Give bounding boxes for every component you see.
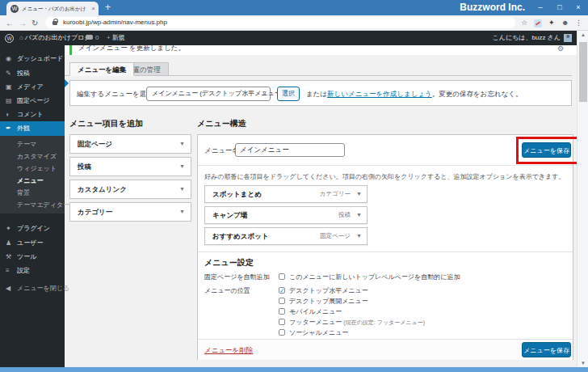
scroll-up-icon[interactable]: ▲ — [578, 32, 588, 37]
url-text[interactable]: kuroobi.jp/wp-admin/nav-menus.php — [63, 17, 167, 28]
caret-down-icon[interactable]: ▼ — [356, 228, 362, 244]
extensions-puzzle-icon[interactable]: ✦ — [548, 17, 555, 29]
checkbox-footer[interactable] — [279, 319, 285, 325]
caret-down-icon: ▼ — [179, 203, 185, 221]
bookmark-star-icon[interactable]: ☆ — [521, 17, 527, 29]
scrollbar-thumb[interactable] — [579, 42, 587, 102]
menu-select-row: 編集するメニューを選択: メインメニュー (デスクトップ水平メニュー) ∨ 選択… — [69, 80, 572, 106]
admin-bar-new-button[interactable]: +新規 — [107, 31, 125, 45]
checkbox-desktop-expanded[interactable] — [279, 298, 285, 304]
sidebar-item-users[interactable]: ♟ユーザー — [0, 236, 65, 250]
plus-icon: + — [107, 34, 111, 41]
submenu-theme-editor[interactable]: テーマエディター — [0, 200, 65, 211]
tools-icon: ⚒ — [6, 250, 11, 264]
sidebar-item-posts[interactable]: ✎投稿 — [0, 66, 65, 80]
sidebar-item-dashboard[interactable]: ◉ダッシュボード — [0, 52, 65, 66]
window-maximize-button[interactable]: □ — [551, 0, 569, 15]
lock-icon — [52, 21, 57, 25]
menu-item-label: おすすめスポット — [212, 228, 269, 244]
dashboard-icon: ◉ — [6, 52, 11, 66]
sidebar-item-tools[interactable]: ⚒ツール — [0, 250, 65, 264]
back-icon[interactable]: ← — [6, 16, 14, 30]
sidebar-collapse-menu[interactable]: ◀メニューを閉じる — [0, 281, 65, 295]
submenu-background[interactable]: 背景 — [0, 188, 65, 199]
scroll-down-icon[interactable]: ▼ — [578, 361, 588, 366]
checkbox-desktop-horizontal[interactable] — [279, 287, 285, 294]
accordion-posts[interactable]: 投稿▼ — [69, 157, 191, 176]
comment-icon: ◗ — [6, 108, 10, 121]
main-content: メインメニュー を更新しました。 ⚙ メニューを編集 位置の管理 編集するメニュ… — [65, 45, 577, 367]
menu-item-camp[interactable]: キャンプ場 投稿 ▼ — [204, 206, 368, 224]
menu-structure-heading: メニュー構造 — [197, 118, 246, 129]
accordion-label: カスタムリンク — [78, 180, 127, 198]
page-scrollbar[interactable]: ▲ ▼ — [577, 31, 588, 367]
admin-bar-comments[interactable]: 0 — [86, 31, 99, 45]
sidebar-item-plugins[interactable]: ✦プラグイン — [0, 222, 65, 235]
select-button[interactable]: 選択 — [277, 87, 300, 101]
sidebar-item-comments[interactable]: ◗コメント — [0, 108, 65, 121]
browser-tab[interactable]: W メニュー・バズのお出かけブログ — W × — [6, 2, 99, 15]
address-bar[interactable]: kuroobi.jp/wp-admin/nav-menus.php — [45, 17, 515, 28]
new-tab-button[interactable]: + — [105, 1, 111, 15]
create-new-menu-link[interactable]: 新しいメニューを作成しましょう — [327, 90, 432, 98]
window-minimize-button[interactable]: – — [531, 0, 549, 15]
save-menu-button-bottom[interactable]: メニューを保存 — [522, 342, 571, 357]
media-icon: ▣ — [6, 80, 12, 94]
submenu-menus[interactable]: メニュー — [0, 175, 65, 187]
submenu-customize[interactable]: カスタマイズ — [0, 151, 65, 163]
forward-icon[interactable]: → — [19, 16, 27, 30]
add-menu-items-heading: メニュー項目を追加 — [69, 118, 143, 129]
wordpress-logo-icon[interactable]: W — [5, 34, 14, 43]
avatar[interactable] — [564, 34, 572, 42]
red-annotation-box — [516, 137, 579, 164]
auto-add-label: 固定ページを自動追加 — [204, 273, 270, 281]
wp-admin-bar: W ⌂バズのお出かけブログ 0 +新規 こんにちは、buzz さん — [0, 31, 577, 45]
window-close-button[interactable]: × — [569, 0, 587, 15]
sidebar-item-settings[interactable]: ≡設定 — [0, 264, 65, 277]
refresh-icon[interactable]: ↻ — [32, 16, 38, 30]
tab-close-icon[interactable]: × — [91, 3, 95, 14]
location-option-social: ソーシャルメニュー — [279, 328, 348, 337]
browser-window: W メニュー・バズのお出かけブログ — W × + Buzzword Inc. … — [0, 0, 588, 372]
caret-down-icon: ▼ — [179, 180, 185, 198]
window-title: Buzzword Inc. — [347, 0, 525, 15]
sidebar-item-pages[interactable]: ▤固定ページ — [0, 94, 65, 108]
admin-bar-greeting[interactable]: こんにちは、buzz さん — [493, 31, 561, 45]
menu-dots-icon[interactable]: ⋮ — [575, 17, 582, 29]
accordion-categories[interactable]: カテゴリー▼ — [69, 202, 191, 222]
menu-select-dropdown[interactable]: メインメニュー (デスクトップ水平メニュー) ∨ — [146, 87, 271, 101]
nav-tab-bar: メニューを編集 位置の管理 — [65, 61, 572, 76]
submenu-themes[interactable]: テーマ — [0, 139, 65, 150]
menu-item-spot-matome[interactable]: スポットまとめ カテゴリー ▼ — [204, 185, 368, 203]
checkbox-mobile[interactable] — [279, 308, 285, 315]
extension-icon[interactable] — [534, 19, 542, 27]
checkbox-auto-add[interactable] — [279, 273, 285, 280]
users-icon: ♟ — [6, 236, 11, 250]
plugins-icon: ✦ — [6, 222, 11, 235]
caret-down-icon: ▼ — [179, 158, 185, 175]
browser-addressbar: ← → ↻ kuroobi.jp/wp-admin/nav-menus.php … — [0, 15, 588, 31]
accordion-pages[interactable]: 固定ページ▼ — [69, 134, 191, 154]
menu-item-label: スポットまとめ — [212, 186, 262, 202]
admin-bar-site-link[interactable]: ⌂バズのお出かけブログ — [19, 31, 91, 45]
sidebar-item-appearance[interactable]: ✒外観 — [0, 121, 65, 136]
delete-menu-link[interactable]: メニューを削除 — [204, 340, 253, 361]
pages-icon: ▤ — [6, 94, 12, 108]
posts-icon: ✎ — [6, 66, 11, 80]
footer-location-note: (現在の設定: フッターメニュー) — [343, 319, 425, 325]
caret-down-icon[interactable]: ▼ — [356, 207, 362, 223]
select-menu-label: 編集するメニューを選択: — [77, 81, 155, 107]
sidebar-item-media[interactable]: ▣メディア — [0, 80, 65, 94]
checkbox-social[interactable] — [279, 329, 285, 336]
menu-item-type: 固定ページ — [320, 228, 351, 244]
drag-help-text: 好みの順番に各項目をドラッグしてください。項目の右側の矢印をクリックすると、追加… — [204, 172, 568, 181]
tab-edit-menus[interactable]: メニューを編集 — [69, 62, 134, 76]
accordion-custom-links[interactable]: カスタムリンク▼ — [69, 180, 191, 199]
caret-down-icon[interactable]: ▼ — [356, 186, 362, 202]
menu-settings-heading: メニュー設定 — [204, 257, 254, 268]
profile-icon[interactable]: ☻ — [561, 17, 569, 29]
card-footer: メニューを削除 メニューを保存 — [198, 339, 573, 360]
menu-item-osusume[interactable]: おすすめスポット 固定ページ ▼ — [204, 227, 368, 245]
submenu-widgets[interactable]: ウィジェット — [0, 163, 65, 175]
menu-name-input[interactable] — [235, 143, 345, 157]
